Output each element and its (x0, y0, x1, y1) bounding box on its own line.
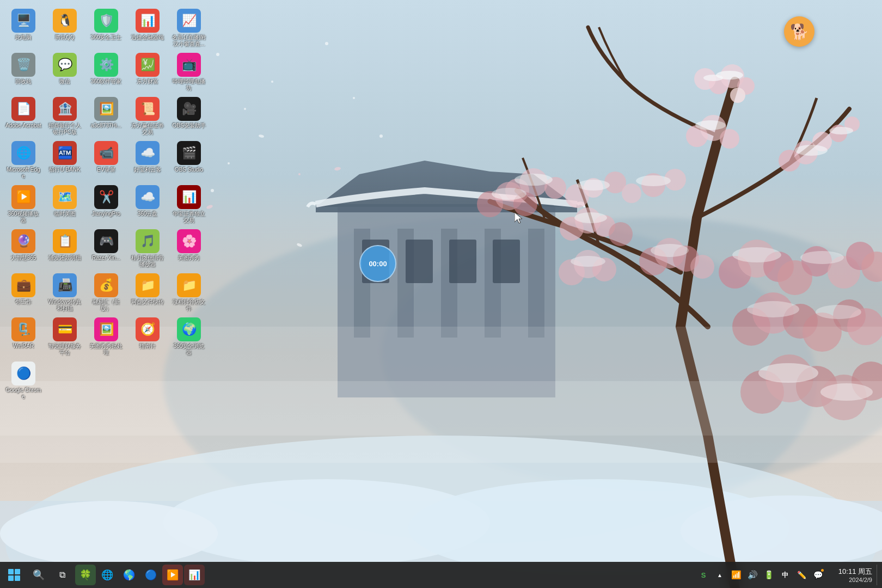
icon-smarttool[interactable]: 📊迅捷金融器端 (128, 7, 167, 50)
icon-jianying-image: ✂️ (94, 185, 118, 209)
taskbar-office-app[interactable]: 📊 (184, 565, 205, 585)
icon-evrecord[interactable]: 📹EV录屏 (87, 139, 125, 182)
icon-wangpan-image: 📁 (136, 273, 160, 297)
icon-360cloud[interactable]: ☁️360云盘 (128, 183, 167, 226)
svg-point-96 (211, 189, 214, 192)
icon-360mgr-image: ⚙️ (94, 53, 118, 77)
icon-ubank[interactable]: 🏧招行U BANK (46, 139, 84, 182)
taskbar-ie-app[interactable]: 🌎 (119, 565, 139, 585)
icon-a3c[interactable]: 🖼️a3c8737Hi... (87, 95, 125, 138)
icon-360browser-label: 360安全浏览器 (171, 343, 207, 356)
icon-ubank-image: 🏧 (53, 141, 77, 165)
icon-haobaoli[interactable]: ☁️好宝利云客 (128, 139, 167, 182)
icon-huabao[interactable]: 📊华宝证券独立交易 (170, 183, 208, 226)
icon-razer[interactable]: 🎮Razer Xin... (87, 227, 125, 270)
svg-point-101 (353, 97, 355, 99)
timer-display[interactable]: 00:00 (359, 245, 396, 282)
show-desktop-button[interactable] (877, 565, 880, 585)
shiba-widget[interactable]: 🐕 (784, 16, 817, 49)
icon-wangpan[interactable]: 📁网盘文件快传 (128, 271, 167, 314)
icon-obs-setup-label: OBS安装助手 (172, 122, 205, 129)
icon-zhizhan-label: 智远理财服务平台 (47, 343, 83, 356)
icon-recycle-label: 回收站 (15, 78, 32, 85)
clock-area[interactable]: 10:11 周五 2024/2/9 (828, 567, 877, 583)
taskview-icon: ⧉ (59, 570, 65, 580)
svg-point-94 (216, 53, 219, 56)
svg-point-95 (244, 108, 246, 110)
timer-widget[interactable]: 00:00 (359, 245, 403, 289)
icon-computer[interactable]: 🖥️此电脑 (4, 7, 42, 50)
icon-360browser-image: 🌍 (177, 317, 201, 341)
svg-point-100 (325, 42, 328, 45)
taskbar-search[interactable]: 🔍 (27, 565, 51, 585)
tray-volume[interactable]: 🔊 (745, 567, 760, 583)
taskbar-taskview[interactable]: ⧉ (52, 565, 72, 585)
icon-dazhi[interactable]: 🔮大智慧365 (4, 227, 42, 270)
icon-zhizhan-image: 💳 (53, 317, 77, 341)
icon-pufa-label: 浦发还款明细 (48, 255, 81, 261)
tray-write[interactable]: ✏️ (794, 567, 809, 583)
icon-obs-setup[interactable]: 🎥OBS安装助手 (170, 95, 208, 138)
icon-obs-image: 🎬 (177, 141, 201, 165)
start-button[interactable] (2, 563, 26, 587)
icon-work[interactable]: 💼邻工作 (4, 271, 42, 314)
shiba-face[interactable]: 🐕 (784, 16, 814, 47)
tray-network[interactable]: 📶 (728, 567, 744, 583)
icon-pufa[interactable]: 📋浦发还款明细 (46, 227, 84, 270)
icon-wechat[interactable]: 💬微信 (46, 51, 84, 94)
icon-jianying[interactable]: ✂️JianyingPro (87, 183, 125, 226)
taskbar-chrome-app[interactable]: 🔵 (140, 565, 161, 585)
icon-douyin[interactable]: 📁涨稻抖音店文件 (170, 271, 208, 314)
taskbar-sogou[interactable]: 🍀 (75, 565, 96, 585)
icon-meituxiu[interactable]: 🌸美图秀秀 (170, 227, 208, 270)
icon-meitupatch[interactable]: 🖼️美图秀秀批处理 (87, 315, 125, 358)
icon-winfax[interactable]: 📠Windows传真和扫描 (46, 271, 84, 314)
tray-sogou[interactable]: S (696, 567, 711, 583)
icon-finance-live-image: 📈 (177, 9, 201, 33)
tray-notification[interactable]: 💬 (810, 567, 825, 583)
desktop-icons: 🖥️此电脑🐧腾讯QQ🛡️360安全卫士📊迅捷金融器端📈名高1(直播)附汉小窗直直… (0, 0, 207, 517)
icon-360mgr[interactable]: ⚙️360软件管家 (87, 51, 125, 94)
icon-razer-image: 🎮 (94, 229, 118, 253)
icon-winrar[interactable]: 🗜️WinRAR (4, 315, 42, 358)
icon-edge[interactable]: 🌐Microsoft Edge (4, 139, 42, 182)
icon-obs-setup-image: 🎥 (177, 97, 201, 121)
icon-qq[interactable]: 🐧腾讯QQ (46, 7, 84, 50)
icon-meitupatch-label: 美图秀秀批处理 (88, 343, 124, 356)
svg-point-45 (622, 183, 641, 203)
svg-point-85 (747, 301, 799, 317)
icon-recycle[interactable]: 🗑️回收站 (4, 51, 42, 94)
icon-compass[interactable]: 🧭指南针 (128, 315, 167, 358)
icon-360health-label: 360安全卫士 (91, 34, 122, 41)
tray-expand[interactable]: ▲ (712, 567, 727, 583)
icon-recycle-image: 🗑️ (11, 53, 35, 77)
svg-point-86 (816, 305, 861, 319)
svg-point-102 (379, 134, 383, 138)
tray-ime[interactable]: 中 (777, 567, 793, 583)
icon-evrecord-label: EV录屏 (97, 167, 115, 173)
taskbar-edge-app[interactable]: 🌐 (97, 565, 118, 585)
icon-finance-live[interactable]: 📈名高1(直播)附汉小窗直直... (170, 7, 208, 50)
icon-rongyihui[interactable]: 💰融易汇（新版） (87, 271, 125, 314)
taskbar-360video-app[interactable]: ▶️ (162, 565, 183, 585)
icon-acrobat[interactable]: 📄Adobe Acrobat (4, 95, 42, 138)
clock-date: 2024/2/9 (849, 577, 872, 583)
icon-bilibili-label: 哔哩哔哩电播坊 (171, 78, 207, 91)
icon-zhizhan[interactable]: 💳智远理财服务平台 (46, 315, 84, 358)
icon-obs[interactable]: 🎬OBS Studio (170, 139, 208, 182)
icon-wechat-player[interactable]: 🎵桂月微信语音播放器 (128, 227, 167, 270)
icon-rongyihui-label: 融易汇（新版） (88, 299, 124, 312)
icon-tmpmap[interactable]: 🗺️临时美图 (46, 183, 84, 226)
icon-chrome[interactable]: 🔵Google Chrome (4, 359, 42, 402)
icon-bank[interactable]: 🏦招商银行个人银行PC版 (46, 95, 84, 138)
windows-logo (8, 569, 20, 581)
icon-dongfang[interactable]: 💹东方财富 (128, 51, 167, 94)
tray-battery[interactable]: 🔋 (761, 567, 776, 583)
icon-df-trade[interactable]: 📜东方赢信证券交易 (128, 95, 167, 138)
icon-360health[interactable]: 🛡️360安全卫士 (87, 7, 125, 50)
icon-360video[interactable]: ▶️360视频播放器 (4, 183, 42, 226)
timer-time: 00:00 (369, 260, 387, 268)
icon-360browser[interactable]: 🌍360安全浏览器 (170, 315, 208, 358)
icon-bilibili[interactable]: 📺哔哩哔哩电播坊 (170, 51, 208, 94)
icon-huabao-image: 📊 (177, 185, 201, 209)
